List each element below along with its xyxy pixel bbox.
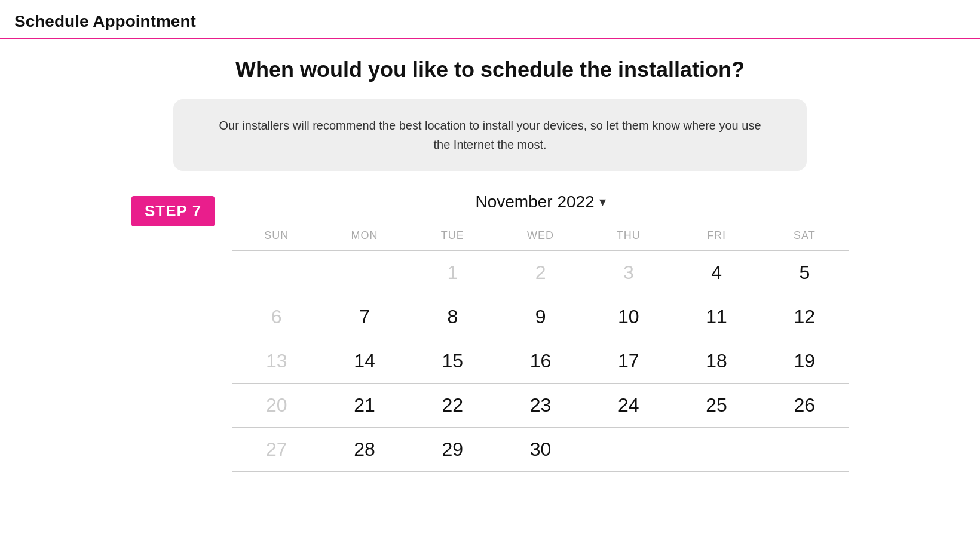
page-title: Schedule Appointment bbox=[14, 12, 196, 30]
calendar-day-cell bbox=[672, 428, 760, 472]
info-box-text: Our installers will recommend the best l… bbox=[209, 116, 771, 154]
calendar-day-cell[interactable]: 5 bbox=[761, 251, 849, 295]
calendar-day-cell: 13 bbox=[232, 339, 320, 384]
calendar-day-cell[interactable]: 19 bbox=[761, 339, 849, 384]
calendar-day-cell[interactable]: 22 bbox=[409, 384, 497, 428]
calendar-day-cell: 3 bbox=[584, 251, 672, 295]
calendar-day-cell[interactable]: 29 bbox=[409, 428, 497, 472]
calendar-day-cell[interactable]: 24 bbox=[584, 384, 672, 428]
main-content: When would you like to schedule the inst… bbox=[0, 39, 980, 496]
calendar-wrapper: November 2022 ▾ SUNMONTUEWEDTHUFRISAT 12… bbox=[232, 190, 849, 472]
calendar-day-cell[interactable]: 12 bbox=[761, 295, 849, 339]
calendar-header-row: SUNMONTUEWEDTHUFRISAT bbox=[232, 223, 849, 251]
calendar-day-cell[interactable]: 30 bbox=[497, 428, 584, 472]
calendar-day-header: FRI bbox=[672, 223, 760, 251]
calendar-day-cell: 1 bbox=[409, 251, 497, 295]
calendar-day-cell[interactable]: 15 bbox=[409, 339, 497, 384]
calendar-day-cell[interactable]: 17 bbox=[584, 339, 672, 384]
month-selector[interactable]: November 2022 ▾ bbox=[468, 190, 612, 214]
calendar-day-cell[interactable]: 26 bbox=[761, 384, 849, 428]
calendar-day-header: SAT bbox=[761, 223, 849, 251]
info-box: Our installers will recommend the best l… bbox=[173, 99, 807, 171]
calendar-day-cell[interactable]: 28 bbox=[320, 428, 408, 472]
calendar-day-cell[interactable]: 10 bbox=[584, 295, 672, 339]
calendar-day-header: MON bbox=[320, 223, 408, 251]
month-label: November 2022 bbox=[475, 192, 594, 211]
chevron-down-icon: ▾ bbox=[599, 194, 606, 210]
step-badge: STEP 7 bbox=[131, 196, 215, 226]
calendar-body: 1234567891011121314151617181920212223242… bbox=[232, 251, 849, 472]
calendar-day-cell: 27 bbox=[232, 428, 320, 472]
calendar-day-cell bbox=[584, 428, 672, 472]
calendar-day-cell bbox=[320, 251, 408, 295]
calendar-day-cell[interactable]: 7 bbox=[320, 295, 408, 339]
calendar-day-cell bbox=[232, 251, 320, 295]
question-heading: When would you like to schedule the inst… bbox=[235, 57, 745, 82]
page-header: Schedule Appointment bbox=[0, 0, 980, 39]
calendar-day-cell[interactable]: 4 bbox=[672, 251, 760, 295]
calendar-week-row: 27282930 bbox=[232, 428, 849, 472]
calendar-day-header: THU bbox=[584, 223, 672, 251]
calendar-day-cell[interactable]: 8 bbox=[409, 295, 497, 339]
calendar-day-cell[interactable]: 25 bbox=[672, 384, 760, 428]
calendar-day-cell bbox=[761, 428, 849, 472]
calendar-day-cell[interactable]: 21 bbox=[320, 384, 408, 428]
calendar-day-header: SUN bbox=[232, 223, 320, 251]
calendar-week-row: 13141516171819 bbox=[232, 339, 849, 384]
calendar-day-cell[interactable]: 23 bbox=[497, 384, 584, 428]
calendar-day-cell: 2 bbox=[497, 251, 584, 295]
calendar-day-cell[interactable]: 16 bbox=[497, 339, 584, 384]
calendar-month-header: November 2022 ▾ bbox=[232, 190, 849, 214]
calendar-day-cell[interactable]: 11 bbox=[672, 295, 760, 339]
calendar-week-row: 12345 bbox=[232, 251, 849, 295]
calendar-week-row: 20212223242526 bbox=[232, 384, 849, 428]
calendar-week-row: 6789101112 bbox=[232, 295, 849, 339]
calendar-day-cell: 6 bbox=[232, 295, 320, 339]
calendar-day-cell[interactable]: 14 bbox=[320, 339, 408, 384]
calendar-day-cell: 20 bbox=[232, 384, 320, 428]
calendar-day-cell[interactable]: 18 bbox=[672, 339, 760, 384]
calendar-section: STEP 7 November 2022 ▾ SUNMONTUEWEDTHUFR… bbox=[131, 190, 849, 472]
calendar-day-cell[interactable]: 9 bbox=[497, 295, 584, 339]
calendar-day-header: TUE bbox=[409, 223, 497, 251]
calendar-day-header: WED bbox=[497, 223, 584, 251]
calendar-grid: SUNMONTUEWEDTHUFRISAT 123456789101112131… bbox=[232, 223, 849, 472]
